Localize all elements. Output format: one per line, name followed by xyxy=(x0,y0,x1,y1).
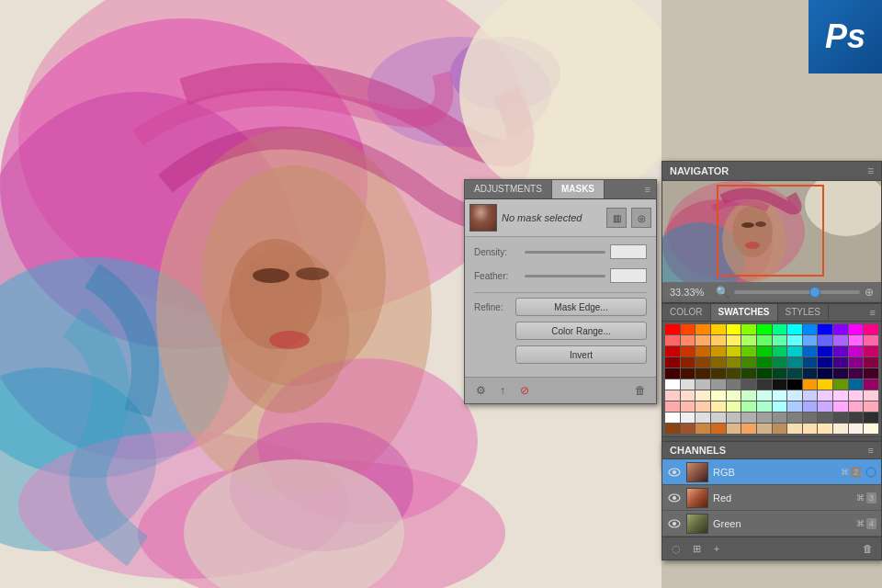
swatch[interactable] xyxy=(787,346,802,356)
feather-slider[interactable] xyxy=(525,275,605,277)
swatch[interactable] xyxy=(818,335,832,345)
swatch[interactable] xyxy=(833,368,848,379)
swatch[interactable] xyxy=(741,379,756,390)
mask-options-icon[interactable]: ⚙ xyxy=(472,382,489,399)
swatch[interactable] xyxy=(787,424,802,434)
swatch[interactable] xyxy=(803,368,818,379)
swatch[interactable] xyxy=(864,401,878,412)
swatch[interactable] xyxy=(681,335,695,345)
swatch[interactable] xyxy=(711,335,726,345)
load-channel-icon[interactable]: ◌ xyxy=(668,540,684,557)
swatch[interactable] xyxy=(665,324,680,334)
swatch[interactable] xyxy=(803,379,818,390)
swatch[interactable] xyxy=(681,390,695,401)
swatch[interactable] xyxy=(757,368,772,379)
new-channel-icon[interactable]: + xyxy=(708,540,725,557)
swatch[interactable] xyxy=(787,324,802,334)
swatch[interactable] xyxy=(727,379,741,390)
swatch[interactable] xyxy=(803,335,818,345)
swatch[interactable] xyxy=(665,401,680,412)
swatch[interactable] xyxy=(741,413,756,423)
tab-masks[interactable]: MASKS xyxy=(552,180,605,198)
swatch[interactable] xyxy=(818,379,832,390)
swatch[interactable] xyxy=(681,379,695,390)
swatch[interactable] xyxy=(711,346,726,356)
swatch[interactable] xyxy=(818,390,832,401)
swatch[interactable] xyxy=(803,401,818,412)
swatch[interactable] xyxy=(787,335,802,345)
swatch[interactable] xyxy=(727,346,741,356)
swatch[interactable] xyxy=(849,424,864,434)
swatch[interactable] xyxy=(681,324,695,334)
delete-channel-icon[interactable]: 🗑 xyxy=(859,540,876,557)
swatch[interactable] xyxy=(803,413,818,423)
swatch[interactable] xyxy=(711,379,726,390)
swatch[interactable] xyxy=(833,424,848,434)
swatch[interactable] xyxy=(665,390,680,401)
swatch[interactable] xyxy=(833,379,848,390)
swatch[interactable] xyxy=(681,346,695,356)
channel-eye-icon[interactable] xyxy=(667,465,682,480)
swatch[interactable] xyxy=(711,413,726,423)
swatch[interactable] xyxy=(787,401,802,412)
tab-adjustments[interactable]: ADJUSTMENTS xyxy=(465,180,552,198)
channel-row[interactable]: Red ⌘3 xyxy=(662,485,881,511)
swatch[interactable] xyxy=(727,424,741,434)
channel-eye-icon[interactable] xyxy=(667,491,682,505)
swatch[interactable] xyxy=(787,368,802,379)
swatch[interactable] xyxy=(773,413,787,423)
swatch[interactable] xyxy=(833,401,848,412)
channel-row[interactable]: Green ⌘4 xyxy=(662,511,881,537)
mask-disable-icon[interactable]: ⊘ xyxy=(516,382,533,399)
swatch[interactable] xyxy=(695,335,710,345)
swatch[interactable] xyxy=(803,324,818,334)
swatch[interactable] xyxy=(711,390,726,401)
save-channel-icon[interactable]: ⊞ xyxy=(688,540,705,557)
swatch[interactable] xyxy=(864,346,878,356)
zoom-slider[interactable] xyxy=(734,290,860,294)
swatch[interactable] xyxy=(773,357,787,368)
swatch[interactable] xyxy=(864,335,878,345)
swatch[interactable] xyxy=(757,357,772,368)
swatch[interactable] xyxy=(864,424,878,434)
swatch[interactable] xyxy=(833,335,848,345)
zoom-in-icon[interactable]: ⊕ xyxy=(865,286,874,299)
swatch[interactable] xyxy=(849,346,864,356)
swatch[interactable] xyxy=(711,401,726,412)
pixel-mask-btn[interactable]: ▥ xyxy=(606,208,627,228)
swatch[interactable] xyxy=(864,413,878,423)
channels-menu-icon[interactable]: ≡ xyxy=(868,445,874,456)
swatch[interactable] xyxy=(727,401,741,412)
swatch[interactable] xyxy=(787,379,802,390)
swatch[interactable] xyxy=(681,401,695,412)
swatch[interactable] xyxy=(803,424,818,434)
density-slider[interactable] xyxy=(525,251,605,254)
swatch[interactable] xyxy=(741,424,756,434)
swatch[interactable] xyxy=(787,390,802,401)
swatch[interactable] xyxy=(741,390,756,401)
color-panel-menu[interactable]: ≡ xyxy=(865,304,881,321)
swatch[interactable] xyxy=(695,346,710,356)
swatch[interactable] xyxy=(695,390,710,401)
swatch[interactable] xyxy=(695,424,710,434)
swatch[interactable] xyxy=(757,401,772,412)
swatch[interactable] xyxy=(757,413,772,423)
swatch[interactable] xyxy=(864,390,878,401)
swatch[interactable] xyxy=(695,368,710,379)
swatch[interactable] xyxy=(818,324,832,334)
swatch[interactable] xyxy=(787,357,802,368)
swatch[interactable] xyxy=(665,357,680,368)
swatch[interactable] xyxy=(803,357,818,368)
swatch[interactable] xyxy=(773,324,787,334)
swatch[interactable] xyxy=(695,413,710,423)
swatch[interactable] xyxy=(849,357,864,368)
swatch[interactable] xyxy=(773,424,787,434)
swatch[interactable] xyxy=(681,413,695,423)
swatch[interactable] xyxy=(818,413,832,423)
swatch[interactable] xyxy=(741,368,756,379)
swatch[interactable] xyxy=(833,357,848,368)
feather-input[interactable] xyxy=(610,268,647,283)
swatch[interactable] xyxy=(741,335,756,345)
swatch[interactable] xyxy=(757,346,772,356)
swatch[interactable] xyxy=(711,368,726,379)
